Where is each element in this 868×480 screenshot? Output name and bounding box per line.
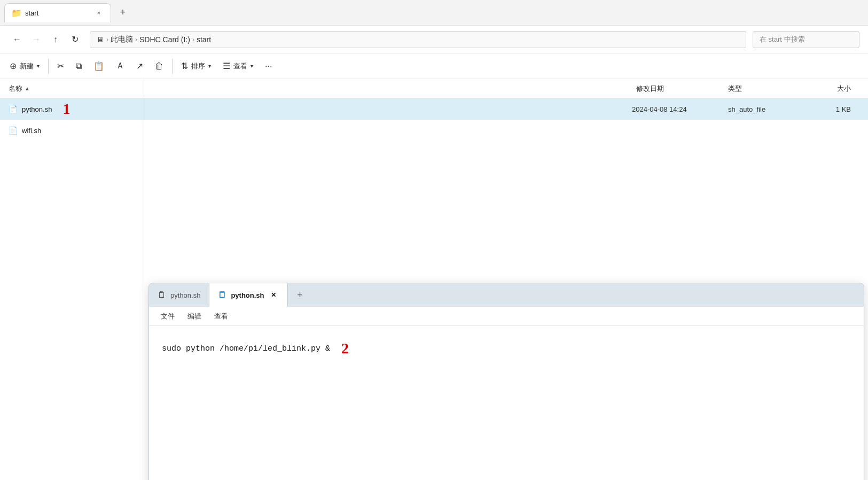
notepad-text: sudo python /home/pi/led_blink.py & <box>162 344 330 353</box>
col-name-header[interactable]: 名称 ▲ <box>9 84 135 94</box>
notepad-content-area[interactable]: sudo python /home/pi/led_blink.py & 2 <box>149 326 864 480</box>
tab-bar: 📁 start × + <box>0 0 868 26</box>
new-tab-button[interactable]: + <box>113 3 132 22</box>
computer-icon: 🖥 <box>97 35 104 44</box>
col-type-header[interactable]: 类型 <box>728 84 808 94</box>
file-row-python[interactable]: 📄 python.sh 1 <box>0 98 144 120</box>
forward-button[interactable]: → <box>28 31 45 48</box>
more-icon: ··· <box>265 61 272 71</box>
notepad-tab-inactive[interactable]: 🗒 python.sh <box>149 283 209 307</box>
toolbar: ⊕ 新建 ▾ ✂ ⧉ 📋 Ａ ↗ 🗑 ⇅ 排序 ▾ ☰ 查看 ▾ ··· <box>0 53 868 79</box>
plus-icon: ⊕ <box>10 61 17 71</box>
file-name-wifi: wifi.sh <box>22 127 41 135</box>
more-button[interactable]: ··· <box>260 57 277 76</box>
file-data-python[interactable]: 2024-04-08 14:24 sh_auto_file 1 KB <box>144 98 868 120</box>
file-row-wifi[interactable]: 📄 wifi.sh <box>0 120 144 141</box>
notepad-menu-view[interactable]: 查看 <box>209 309 233 324</box>
col-date-header[interactable]: 修改日期 <box>632 84 728 94</box>
share-button[interactable]: ↗ <box>131 57 148 76</box>
rename-button[interactable]: Ａ <box>111 57 130 76</box>
new-chevron-icon: ▾ <box>37 63 40 69</box>
notepad-icon-active: 🗒 <box>218 290 226 300</box>
breadcrumb-drive[interactable]: SDHC Card (I:) <box>139 35 190 44</box>
refresh-button[interactable]: ↻ <box>66 31 83 48</box>
tab-start[interactable]: 📁 start × <box>4 3 111 22</box>
view-button[interactable]: ☰ 查看 ▾ <box>217 57 259 76</box>
copy-icon: ⧉ <box>76 61 82 71</box>
breadcrumb-computer[interactable]: 此电脑 <box>111 35 133 44</box>
nav-bar: ← → ↑ ↻ 🖥 › 此电脑 › SDHC Card (I:) › start… <box>0 26 868 53</box>
right-column-headers: 修改日期 类型 大小 <box>144 79 868 98</box>
tab-close-button[interactable]: × <box>93 7 104 18</box>
trash-icon: 🗑 <box>155 61 163 71</box>
cut-button[interactable]: ✂ <box>52 57 69 76</box>
notepad-icon-inactive: 🗒 <box>158 290 166 300</box>
col-size-header[interactable]: 大小 <box>808 84 851 94</box>
notepad-titlebar: 🗒 python.sh 🗒 python.sh ✕ + <box>149 283 864 307</box>
annotation-1: 1 <box>62 100 70 118</box>
toolbar-separator-2 <box>172 59 173 74</box>
view-label: 查看 <box>233 61 247 71</box>
sort-chevron-icon: ▾ <box>208 63 211 69</box>
breadcrumb[interactable]: 🖥 › 此电脑 › SDHC Card (I:) › start <box>90 31 746 48</box>
new-button[interactable]: ⊕ 新建 ▾ <box>4 57 45 76</box>
sort-button[interactable]: ⇅ 排序 ▾ <box>176 57 216 76</box>
back-button[interactable]: ← <box>9 31 26 48</box>
view-icon: ☰ <box>223 61 230 71</box>
tab-label: start <box>25 9 89 17</box>
notepad-tab-label-active: python.sh <box>231 291 264 299</box>
file-data-wifi[interactable] <box>144 120 868 141</box>
notepad-menu-edit[interactable]: 编辑 <box>182 309 207 324</box>
delete-button[interactable]: 🗑 <box>150 57 169 76</box>
annotation-2: 2 <box>341 340 349 357</box>
paste-button[interactable]: 📋 <box>88 57 110 76</box>
file-name-python: python.sh <box>22 105 52 113</box>
folder-icon: 📁 <box>11 8 21 18</box>
file-icon-wifi: 📄 <box>9 126 18 135</box>
toolbar-separator-1 <box>48 59 49 74</box>
file-list: 📄 python.sh 1 📄 wifi.sh <box>0 98 144 480</box>
notepad-tab-active[interactable]: 🗒 python.sh ✕ <box>209 283 288 307</box>
file-icon-python: 📄 <box>9 105 18 113</box>
breadcrumb-folder[interactable]: start <box>197 35 211 44</box>
rename-icon: Ａ <box>116 60 124 72</box>
copy-button[interactable]: ⧉ <box>71 57 87 76</box>
notepad-new-tab-button[interactable]: + <box>290 285 309 305</box>
column-headers: 名称 ▲ <box>0 79 144 98</box>
new-label: 新建 <box>20 61 34 71</box>
scissors-icon: ✂ <box>57 61 64 71</box>
paste-icon: 📋 <box>93 61 104 71</box>
file-type-python: sh_auto_file <box>728 105 808 113</box>
file-size-python: 1 KB <box>808 105 851 113</box>
file-pane: 名称 ▲ 📄 python.sh 1 📄 wifi.sh <box>0 79 144 480</box>
share-icon: ↗ <box>136 61 143 71</box>
notepad-close-button[interactable]: ✕ <box>268 290 279 300</box>
notepad-menu-file[interactable]: 文件 <box>155 309 180 324</box>
main-content: 名称 ▲ 📄 python.sh 1 📄 wifi.sh <box>0 79 868 480</box>
search-placeholder: 在 start 中搜索 <box>760 35 805 44</box>
sort-icon: ⇅ <box>181 61 188 71</box>
up-button[interactable]: ↑ <box>47 31 64 48</box>
file-date-python: 2024-04-08 14:24 <box>632 105 728 113</box>
notepad-tab-label-inactive: python.sh <box>170 291 200 299</box>
view-chevron-icon: ▾ <box>251 63 253 69</box>
sort-label: 排序 <box>191 61 205 71</box>
notepad-window: 🗒 python.sh 🗒 python.sh ✕ + 文件 编辑 查看 sud… <box>148 283 864 480</box>
sort-arrow: ▲ <box>25 86 30 91</box>
search-bar[interactable]: 在 start 中搜索 <box>753 31 859 48</box>
notepad-menubar: 文件 编辑 查看 <box>149 307 864 326</box>
